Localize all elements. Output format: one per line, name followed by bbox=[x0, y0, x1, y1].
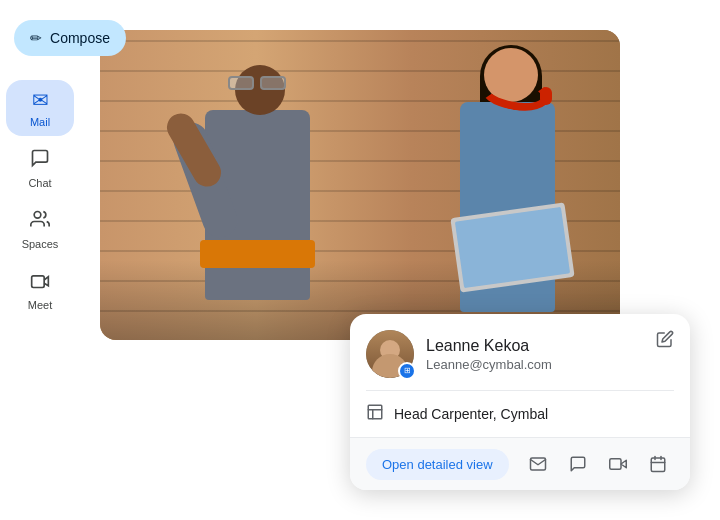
sidebar-item-chat-label: Chat bbox=[28, 177, 51, 189]
sidebar-item-meet[interactable]: Meet bbox=[6, 262, 74, 319]
hero-photo bbox=[100, 30, 620, 340]
sidebar-item-chat[interactable]: Chat bbox=[6, 140, 74, 197]
job-title: Head Carpenter, Cymbal bbox=[394, 406, 548, 422]
grid-icon: ⊞ bbox=[404, 367, 411, 375]
svg-point-0 bbox=[34, 212, 41, 219]
sidebar-item-mail[interactable]: ✉ Mail bbox=[6, 80, 74, 136]
meet-icon bbox=[30, 270, 50, 295]
svg-marker-3 bbox=[621, 460, 626, 468]
open-detailed-view-button[interactable]: Open detailed view bbox=[366, 449, 509, 480]
card-actions: Open detailed view bbox=[350, 437, 690, 490]
svg-rect-5 bbox=[651, 458, 665, 472]
building-icon bbox=[366, 403, 384, 425]
action-icons bbox=[522, 448, 674, 480]
video-action-button[interactable] bbox=[602, 448, 634, 480]
svg-rect-2 bbox=[368, 405, 382, 419]
avatar-container: ⊞ bbox=[366, 330, 414, 378]
mail-icon: ✉ bbox=[32, 88, 49, 112]
app-badge: ⊞ bbox=[398, 362, 416, 380]
calendar-action-button[interactable] bbox=[642, 448, 674, 480]
sidebar-item-meet-label: Meet bbox=[28, 299, 52, 311]
sidebar-item-mail-label: Mail bbox=[30, 116, 50, 128]
contact-email: Leanne@cymbal.com bbox=[426, 357, 674, 372]
spaces-icon bbox=[30, 209, 50, 234]
pencil-icon: ✏ bbox=[30, 30, 42, 46]
chat-icon bbox=[30, 148, 50, 173]
svg-rect-1 bbox=[32, 276, 45, 288]
sidebar-item-spaces[interactable]: Spaces bbox=[6, 201, 74, 258]
chat-action-button[interactable] bbox=[562, 448, 594, 480]
mail-action-button[interactable] bbox=[522, 448, 554, 480]
card-header: ⊞ Leanne Kekoa Leanne@cymbal.com bbox=[350, 314, 690, 390]
edit-button[interactable] bbox=[652, 326, 678, 355]
compose-button[interactable]: ✏ Compose bbox=[14, 20, 126, 56]
card-job-row: Head Carpenter, Cymbal bbox=[350, 391, 690, 437]
sidebar-item-spaces-label: Spaces bbox=[22, 238, 59, 250]
sidebar: ✏ Compose ✉ Mail Chat bbox=[0, 0, 80, 520]
svg-rect-4 bbox=[610, 459, 621, 470]
contact-card: ⊞ Leanne Kekoa Leanne@cymbal.com Head Ca… bbox=[350, 314, 690, 490]
contact-info: Leanne Kekoa Leanne@cymbal.com bbox=[426, 337, 674, 372]
nav-items: ✉ Mail Chat Spaces bbox=[0, 80, 80, 319]
compose-label: Compose bbox=[50, 30, 110, 46]
contact-name: Leanne Kekoa bbox=[426, 337, 674, 355]
